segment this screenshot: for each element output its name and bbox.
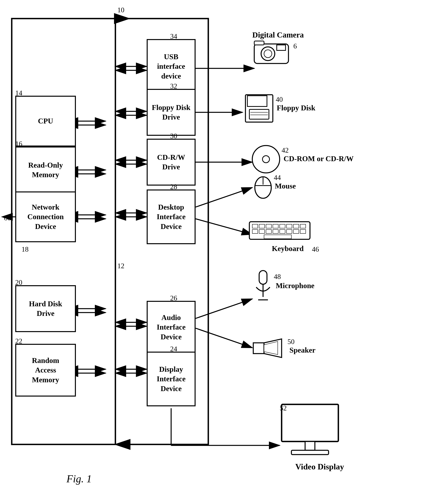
ref-32: 32 <box>170 82 177 90</box>
ref-24: 24 <box>170 345 177 353</box>
svg-rect-61 <box>273 224 278 228</box>
rom-label: Read-Only Memory <box>28 160 63 180</box>
svg-line-38 <box>196 299 252 318</box>
ref-42: 42 <box>282 146 289 154</box>
ref-18: 18 <box>22 245 29 253</box>
svg-rect-65 <box>300 224 306 228</box>
svg-point-53 <box>262 156 269 163</box>
svg-rect-45 <box>277 45 286 50</box>
ref-6: 6 <box>293 42 297 50</box>
svg-rect-64 <box>293 224 299 228</box>
usb-label: USB interface device <box>157 52 185 81</box>
svg-rect-66 <box>252 230 258 233</box>
keyboard-icon <box>248 221 311 243</box>
ref-50: 50 <box>287 338 294 346</box>
svg-rect-48 <box>247 96 267 106</box>
mouse-label: Mouse <box>275 182 296 190</box>
svg-rect-67 <box>259 230 265 233</box>
ref-40: 40 <box>276 95 283 103</box>
ref-30: 30 <box>170 132 177 140</box>
cdrom-label: CD-ROM or CD-R/W <box>284 154 354 163</box>
floppy-disk-icon <box>244 94 274 124</box>
mouse-icon <box>253 172 273 200</box>
svg-point-44 <box>264 50 272 58</box>
svg-rect-63 <box>287 224 292 228</box>
cdrom-icon <box>251 145 281 175</box>
svg-rect-78 <box>253 343 264 354</box>
ref-14: 14 <box>15 89 22 97</box>
svg-line-36 <box>196 188 252 207</box>
digital-camera-label: Digital Camera <box>252 30 304 39</box>
cdrw-box: CD-R/W Drive <box>147 139 196 186</box>
ref-10: 10 <box>117 6 124 14</box>
display-if-box: Display Interface Device <box>147 352 196 406</box>
ref-46: 46 <box>312 245 319 253</box>
cpu-box: CPU <box>15 96 76 146</box>
ref-52: 52 <box>280 404 287 412</box>
ref-20: 20 <box>15 278 22 287</box>
ref-34: 34 <box>170 32 177 40</box>
svg-rect-58 <box>252 224 258 228</box>
floppy-drive-box: Floppy Disk Drive <box>147 89 196 136</box>
ref-60: 60 <box>4 214 11 222</box>
svg-line-37 <box>196 219 252 234</box>
network-box: Network Connection Device <box>15 191 76 242</box>
digital-camera-icon <box>252 39 291 67</box>
svg-rect-59 <box>259 224 265 228</box>
svg-rect-73 <box>300 230 306 233</box>
svg-rect-75 <box>259 271 267 284</box>
video-display-label: Video Display <box>295 462 344 471</box>
desktop-if-box: Desktop Interface Device <box>147 189 196 244</box>
ref-26: 26 <box>170 294 177 302</box>
microphone-icon <box>253 270 273 310</box>
network-label: Network Connection Device <box>27 202 64 231</box>
ref-48: 48 <box>274 273 281 281</box>
ref-22: 22 <box>15 337 22 345</box>
svg-rect-69 <box>273 230 278 233</box>
ram-label: Random Access Memory <box>32 356 59 385</box>
cpu-label: CPU <box>38 116 53 126</box>
svg-rect-62 <box>280 224 285 228</box>
svg-line-39 <box>196 328 252 348</box>
microphone-label: Microphone <box>276 281 314 290</box>
display-if-label: Display Interface Device <box>157 364 186 394</box>
hdd-box: Hard Disk Drive <box>15 285 76 332</box>
svg-rect-46 <box>254 41 264 45</box>
floppy-disk-label: Floppy Disk <box>277 103 315 112</box>
svg-rect-70 <box>280 230 285 233</box>
svg-rect-68 <box>266 230 271 233</box>
video-display-icon <box>280 402 340 460</box>
ref-28: 28 <box>170 183 177 191</box>
svg-rect-74 <box>264 235 291 239</box>
svg-rect-82 <box>305 442 315 450</box>
audio-if-label: Audio Interface Device <box>157 313 186 342</box>
speaker-icon <box>252 336 287 360</box>
svg-rect-71 <box>287 230 292 233</box>
svg-rect-60 <box>266 224 271 228</box>
desktop-if-label: Desktop Interface Device <box>157 202 186 231</box>
svg-rect-83 <box>291 450 329 455</box>
svg-rect-81 <box>282 404 338 442</box>
rom-box: Read-Only Memory <box>15 146 76 193</box>
ref-44: 44 <box>274 173 281 182</box>
ram-box: Random Access Memory <box>15 344 76 397</box>
speaker-label: Speaker <box>289 346 315 354</box>
cdrw-label: CD-R/W Drive <box>157 152 185 172</box>
svg-rect-72 <box>293 230 299 233</box>
keyboard-label: Keyboard <box>272 244 304 253</box>
ref-12: 12 <box>117 262 124 270</box>
floppy-drive-label: Floppy Disk Drive <box>152 103 190 122</box>
hdd-label: Hard Disk Drive <box>29 299 62 318</box>
svg-rect-49 <box>249 109 269 119</box>
figure-label: Fig. 1 <box>67 473 92 485</box>
ref-16: 16 <box>15 140 22 148</box>
